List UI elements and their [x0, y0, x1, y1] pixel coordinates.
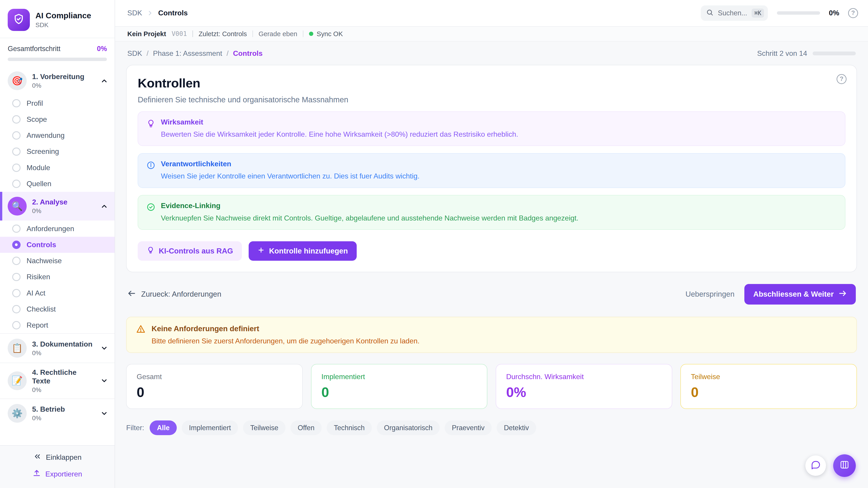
- skip-button[interactable]: Ueberspringen: [686, 290, 735, 298]
- collapse-sidebar-button[interactable]: Einklappen: [33, 452, 82, 462]
- phase-rechtliche-texte[interactable]: 📝 4. Rechtliche Texte 0%: [0, 363, 115, 398]
- help-icon[interactable]: ?: [848, 8, 858, 18]
- sidebar-item-quellen[interactable]: Quellen: [0, 176, 115, 192]
- tip-text: Bewerten Sie die Wirksamkeit jeder Kontr…: [161, 129, 518, 139]
- tip-title: Verantwortlichkeiten: [161, 160, 420, 168]
- last-step-label: Zuletzt: Controls: [198, 30, 247, 38]
- app-subtitle: SDK: [35, 22, 91, 29]
- filter-chip-implementiert[interactable]: Implementiert: [182, 420, 238, 435]
- sidebar-item-screening[interactable]: Screening: [0, 143, 115, 160]
- radio-icon: [12, 148, 21, 156]
- finish-next-button[interactable]: Abschliessen & Weiter: [744, 284, 856, 304]
- topbar-breadcrumb-root[interactable]: SDK: [127, 9, 142, 17]
- target-icon: 🎯: [8, 71, 26, 90]
- divider: [252, 31, 253, 37]
- breadcrumb-root[interactable]: SDK: [127, 49, 142, 58]
- main-area: SDK Controls Suchen... ⌘K 0% ? Kein Proj…: [115, 0, 868, 488]
- phase-percent: 0%: [32, 82, 95, 89]
- filter-chip-organisatorisch[interactable]: Organisatorisch: [377, 420, 440, 435]
- sidebar-item-checklist[interactable]: Checklist: [0, 301, 115, 317]
- ai-controls-label: KI-Controls aus RAG: [159, 247, 233, 255]
- breadcrumb: SDK / Phase 1: Assessment / Controls: [127, 49, 262, 58]
- phase-dokumentation[interactable]: 📋 3. Dokumentation 0%: [0, 333, 115, 362]
- topbar-progress-bar: [777, 11, 820, 15]
- warning-title: Keine Anforderungen definiert: [152, 324, 420, 333]
- filter-row: Filter: Alle Implementiert Teilweise Off…: [126, 420, 857, 435]
- sidebar-item-report[interactable]: Report: [0, 317, 115, 333]
- add-control-button[interactable]: Kontrolle hinzufuegen: [249, 241, 357, 261]
- radio-icon: [12, 305, 21, 313]
- phase-percent: 0%: [32, 207, 95, 215]
- search-icon: [706, 8, 713, 18]
- radio-icon: [12, 115, 21, 124]
- sync-ok-dot-icon: [309, 32, 313, 36]
- radio-icon: [12, 164, 21, 172]
- step-progress-bar: [813, 52, 856, 55]
- radio-icon: [12, 180, 21, 188]
- sidebar-header: AI Compliance SDK: [0, 0, 115, 38]
- page-content: SDK / Phase 1: Assessment / Controls Sch…: [115, 41, 868, 488]
- overall-progress-value: 0%: [97, 45, 107, 53]
- lightbulb-icon: [147, 119, 155, 128]
- board-view-fab-button[interactable]: [833, 454, 856, 477]
- stat-value: 0%: [506, 384, 662, 400]
- last-saved-time: Gerade eben: [258, 30, 298, 38]
- chevron-down-icon: [100, 377, 108, 385]
- filter-chip-technisch[interactable]: Technisch: [327, 420, 372, 435]
- phase-analyse[interactable]: 🔍 2. Analyse 0%: [0, 192, 115, 221]
- sidebar-item-anwendung[interactable]: Anwendung: [0, 127, 115, 143]
- back-button[interactable]: Zurueck: Anforderungen: [127, 289, 221, 300]
- filter-chip-offen[interactable]: Offen: [290, 420, 322, 435]
- sidebar-item-scope[interactable]: Scope: [0, 111, 115, 127]
- columns-board-icon: [839, 460, 849, 471]
- sidebar-item-profil[interactable]: Profil: [0, 95, 115, 111]
- overall-progress-label: Gesamtfortschritt: [8, 45, 60, 53]
- stat-card-teilweise: Teilweise 0: [680, 364, 857, 409]
- phase-betrieb[interactable]: ⚙️ 5. Betrieb 0%: [0, 398, 115, 428]
- page-subtitle: Definieren Sie technische und organisato…: [138, 95, 845, 104]
- sidebar-item-risiken[interactable]: Risiken: [0, 269, 115, 285]
- stats-row: Gesamt 0 Implementiert 0 Durchschn. Wirk…: [126, 364, 857, 409]
- filter-chip-teilweise[interactable]: Teilweise: [243, 420, 285, 435]
- version-badge: V001: [172, 30, 187, 37]
- chevron-right-icon: [147, 9, 154, 17]
- card-help-icon[interactable]: ?: [837, 74, 846, 84]
- sidebar-item-anforderungen[interactable]: Anforderungen: [0, 221, 115, 236]
- chat-fab-button[interactable]: [805, 455, 826, 476]
- tip-text: Weisen Sie jeder Kontrolle einen Verantw…: [161, 171, 420, 181]
- upload-icon: [33, 469, 41, 479]
- breadcrumb-phase[interactable]: Phase 1: Assessment: [153, 49, 222, 58]
- stat-label: Gesamt: [136, 372, 292, 381]
- chevron-up-icon: [100, 77, 108, 85]
- sidebar-item-nachweise[interactable]: Nachweise: [0, 253, 115, 269]
- clipboard-icon: 📋: [8, 339, 26, 357]
- topbar-breadcrumb-current: Controls: [158, 9, 188, 17]
- warning-banner: Keine Anforderungen definiert Bitte defi…: [126, 317, 857, 353]
- breadcrumb-separator: /: [147, 49, 149, 58]
- info-icon: [147, 161, 155, 170]
- app-logo: [8, 9, 30, 31]
- search-input[interactable]: Suchen... ⌘K: [701, 5, 768, 21]
- export-label: Exportieren: [45, 470, 82, 478]
- phase-title: 3. Dokumentation: [32, 340, 95, 348]
- phase-analyse-items: Anforderungen Controls Nachweise Risiken…: [0, 221, 115, 333]
- export-button[interactable]: Exportieren: [33, 469, 82, 479]
- memo-pencil-icon: 📝: [8, 371, 26, 390]
- sidebar-item-module[interactable]: Module: [0, 160, 115, 176]
- finish-next-label: Abschliessen & Weiter: [753, 290, 834, 298]
- search-shortcut-kbd: ⌘K: [752, 8, 764, 18]
- filter-chip-alle[interactable]: Alle: [150, 420, 177, 435]
- floating-buttons: [805, 454, 856, 477]
- phase-vorbereitung[interactable]: 🎯 1. Vorbereitung 0%: [0, 66, 115, 95]
- filter-chip-detektiv[interactable]: Detektiv: [497, 420, 536, 435]
- ai-controls-button[interactable]: KI-Controls aus RAG: [138, 241, 242, 261]
- search-placeholder: Suchen...: [718, 9, 747, 17]
- app-root: AI Compliance SDK Gesamtfortschritt 0% 🎯…: [0, 0, 868, 488]
- sidebar-item-ai-act[interactable]: AI Act: [0, 285, 115, 301]
- back-label: Zurueck: Anforderungen: [141, 290, 221, 298]
- radio-icon: [12, 99, 21, 107]
- filter-chip-praeventiv[interactable]: Praeventiv: [445, 420, 492, 435]
- sidebar-item-controls[interactable]: Controls: [0, 237, 115, 253]
- stat-label: Teilweise: [691, 372, 846, 381]
- arrow-right-icon: [838, 289, 847, 300]
